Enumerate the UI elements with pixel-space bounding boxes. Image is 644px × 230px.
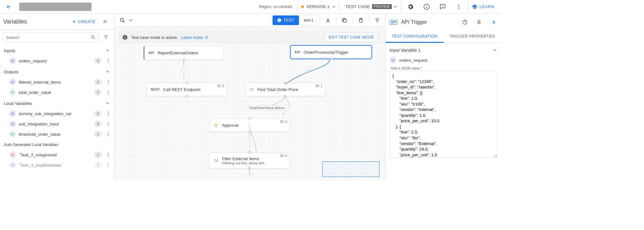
trigger-details-panel: API API Trigger TEST CONFIGURATION TRIGG… [385,14,501,181]
svg-point-12 [108,80,109,81]
version-selector[interactable]: VERSION 1 [298,2,339,12]
info-button[interactable] [420,0,433,14]
type-chip-json-icon: {J} [389,57,397,64]
node-order-process-api-trigger[interactable]: API OrderProcessApiTrigger [290,45,372,59]
usage-count: 0 [94,58,102,64]
svg-point-10 [108,60,109,61]
svg-point-13 [108,82,109,82]
node-id: ID: 5 [217,84,224,88]
selection-box[interactable] [322,161,380,177]
variable-more-button[interactable] [104,151,112,159]
integration-canvas[interactable]: TEST test-1 Test case mode is active. Le… [114,14,385,181]
exit-test-mode-button[interactable]: EXIT TEST CASE MODE [325,33,378,42]
variable-row[interactable]: D threshold_order_value 2 [0,129,114,139]
json-value-textarea[interactable] [389,71,497,158]
node-title: OrderProcessApiTrigger [303,50,349,55]
run-test-button[interactable]: TEST [273,15,299,25]
test-name-display[interactable]: test-1 [300,15,317,25]
section-inputs[interactable]: Inputs [0,45,114,56]
api-badge-icon: API [149,51,154,55]
variable-row[interactable]: {J} orders_request 0 [0,56,114,66]
api-badge-icon: API [294,51,300,54]
variable-more-button[interactable] [104,161,112,169]
pin-button[interactable] [474,17,485,28]
more-button[interactable] [452,0,466,14]
variable-row[interactable]: D total_order_value 2 [0,87,114,97]
search-input-field[interactable] [5,35,91,40]
caret-down-icon [394,5,397,8]
copy-icon [341,17,347,23]
variable-name: dummy_sub_integration_var [19,111,91,116]
chevron-up-icon [105,101,110,106]
learn-button[interactable]: LEARN [468,0,497,14]
edge-config-icon[interactable] [305,67,311,72]
variable-more-button[interactable] [104,88,112,96]
node-approval[interactable]: Approval ID: 2 [209,118,290,132]
node-title: ReportExternalOrders [158,51,198,55]
node-id: ID: 1 [316,84,322,88]
expand-panel-button[interactable] [488,17,499,28]
svg-point-16 [108,92,109,93]
section-autogen[interactable]: Auto Generated Local Variables [0,139,114,150]
input-variable-section[interactable]: Input Variable 1 [389,46,497,55]
plus-icon [72,19,77,24]
edge-config-icon[interactable] [181,67,187,73]
search-variables-input[interactable] [3,32,99,42]
node-find-total-order-price[interactable]: Find Total Order Price ID: 1 [245,83,325,96]
edge-config-icon[interactable] [247,173,253,179]
type-chip-json-icon: {J} [9,161,16,169]
download-button[interactable] [322,15,333,26]
svg-point-21 [108,122,109,123]
variable-row[interactable]: {J} dummy_sub_integration_var 0 [0,108,114,119]
tab-trigger-properties[interactable]: TRIGGER PROPERTIES [444,31,502,43]
filter-button[interactable] [101,32,111,43]
chevron-up-icon [105,69,110,74]
node-filter-external-items[interactable]: Filter External Items Filtering out line… [209,152,290,169]
svg-point-9 [108,59,109,60]
feedback-button[interactable] [436,0,449,14]
section-locals[interactable]: Local Variables [0,97,114,108]
settings-button[interactable] [404,0,417,14]
node-call-rest-endpoint[interactable]: REST Call REST Endpoint ID: 5 [147,83,227,96]
variable-name: total_order_value [19,90,91,95]
node-report-external-orders[interactable]: API ReportExternalOrders [143,46,224,60]
svg-point-18 [108,112,109,112]
type-chip-bool-icon: B [9,151,16,158]
edge-condition-label[interactable]: TotalOrderValue Above … [246,105,288,111]
create-label: CREATE [78,19,95,24]
list-button[interactable] [372,15,383,26]
variable-more-button[interactable] [104,130,112,138]
section-outputs[interactable]: Outputs [0,66,114,77]
variable-row[interactable]: {J} filtered_external_items 5 [0,77,114,87]
svg-point-38 [125,36,125,36]
back-button[interactable] [4,2,14,12]
usage-count: 0 [94,110,102,117]
status-dot-icon [301,5,304,8]
variable-row[interactable]: {J} `Task_4_loopMetadata` 1 [0,160,114,170]
edge-config-icon[interactable] [247,140,253,146]
caret-down-icon[interactable] [129,19,132,22]
learn-more-link[interactable]: Learn more. [181,35,208,40]
variable-more-button[interactable] [104,120,112,128]
node-subtitle: Filtering out line_items whi… [222,161,267,165]
help-button[interactable] [459,17,470,28]
more-vert-icon [106,162,111,168]
type-chip-json-icon: {J} [9,78,16,86]
usage-count: 5 [94,121,102,127]
help-icon [462,19,468,25]
collapse-panel-button[interactable] [100,16,111,27]
region-label: Region: us-central1 [259,5,293,9]
variable-row[interactable]: B `Task_2_isApproved` 1 [0,150,114,160]
variable-more-button[interactable] [104,78,112,86]
delete-button[interactable] [355,15,366,26]
test-case-selector[interactable]: TEST CASE PREVIEW [341,0,401,14]
variable-row[interactable]: {J} sub_integration_input 5 [0,119,114,129]
variable-more-button[interactable] [104,57,112,65]
chevron-up-icon [105,48,110,53]
svg-point-24 [108,132,109,133]
create-variable-button[interactable]: CREATE [69,17,98,26]
tab-test-configuration[interactable]: TEST CONFIGURATION [386,31,444,43]
zoom-button[interactable] [117,15,128,26]
copy-button[interactable] [339,15,350,26]
variable-more-button[interactable] [104,110,112,117]
